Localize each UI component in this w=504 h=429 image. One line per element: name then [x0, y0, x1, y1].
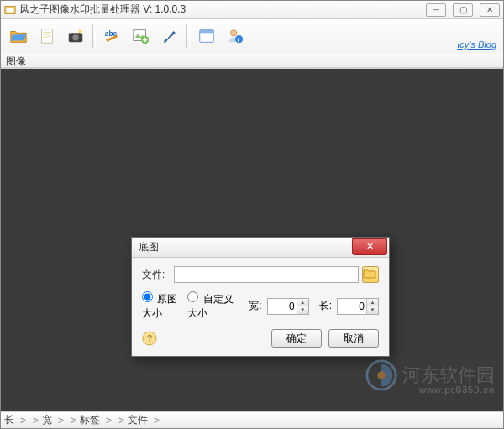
height-spinner[interactable]: ▲▼	[337, 298, 379, 315]
ok-button[interactable]: 确定	[271, 329, 322, 348]
svg-text:i: i	[238, 36, 239, 44]
text-tool-button[interactable]: abc	[100, 24, 125, 49]
text-abc-icon: abc	[103, 27, 122, 45]
image-plus-icon	[132, 27, 150, 45]
height-up[interactable]: ▲	[367, 299, 378, 306]
window-controls: ─ ▢ ✕	[426, 3, 500, 17]
help-icon[interactable]: ?	[142, 331, 157, 346]
canvas-area: 底图 ✕ 文件: 原图大小 自定义大小 宽: ▲▼	[1, 69, 503, 411]
width-spinner[interactable]: ▲▼	[267, 298, 309, 315]
main-window: 风之子图像水印批量处理器 V: 1.0.0.3 ─ ▢ ✕ abc	[0, 0, 504, 429]
blog-link[interactable]: Icy's Blog	[457, 39, 496, 50]
svg-point-16	[367, 361, 396, 390]
window-icon	[197, 27, 216, 45]
folder-open-icon	[9, 27, 28, 45]
file-input[interactable]	[174, 266, 359, 283]
user-info-icon: i	[226, 27, 244, 45]
status-height: 长	[4, 413, 14, 427]
window-title: 风之子图像水印批量处理器 V: 1.0.0.3	[19, 3, 426, 17]
toolbar-area: abc i Icy's Blog 图像	[1, 19, 503, 69]
dialog-close-button[interactable]: ✕	[352, 238, 387, 255]
browse-button[interactable]	[362, 266, 379, 283]
width-down[interactable]: ▼	[297, 306, 308, 314]
status-file: 文件	[128, 413, 148, 427]
watermark-logo-icon	[365, 359, 397, 391]
camera-button[interactable]	[63, 24, 88, 49]
svg-rect-2	[42, 29, 53, 44]
status-tag: 标签	[80, 413, 100, 427]
toolbar-separator	[92, 24, 96, 48]
titlebar: 风之子图像水印批量处理器 V: 1.0.0.3 ─ ▢ ✕	[1, 1, 503, 19]
statusbar: 长> > 宽> > 标签> > 文件>	[1, 411, 503, 428]
toolbar-separator	[186, 24, 190, 48]
site-watermark: 河东软件园 www.pc0359.cn	[365, 359, 495, 391]
dialog-title: 底图	[139, 240, 352, 254]
svg-point-4	[72, 34, 78, 40]
app-icon	[4, 4, 16, 16]
height-label: 长:	[319, 299, 332, 313]
radio-original-size[interactable]: 原图大小	[142, 291, 182, 321]
about-button[interactable]: i	[223, 24, 248, 49]
svg-text:?: ?	[147, 333, 152, 343]
file-row: 文件:	[142, 266, 379, 283]
page-icon	[38, 27, 56, 45]
width-label: 宽:	[249, 299, 261, 313]
width-up[interactable]: ▲	[297, 299, 308, 306]
minimize-button[interactable]: ─	[426, 3, 446, 17]
section-header: 图像	[1, 53, 503, 68]
radio-custom-size[interactable]: 自定义大小	[187, 291, 235, 321]
dialog-body: 文件: 原图大小 自定义大小 宽: ▲▼ 长:	[132, 258, 389, 356]
preview-button[interactable]	[194, 24, 219, 49]
brush-icon	[160, 27, 179, 45]
svg-point-17	[377, 371, 386, 379]
height-down[interactable]: ▼	[367, 306, 378, 314]
folder-icon	[363, 267, 376, 280]
size-row: 原图大小 自定义大小 宽: ▲▼ 长: ▲▼	[142, 291, 379, 321]
open-folder-button[interactable]	[6, 24, 31, 49]
new-page-button[interactable]	[34, 24, 60, 49]
height-input[interactable]	[338, 299, 366, 314]
toolbar: abc i Icy's Blog	[1, 19, 503, 53]
dialog-button-row: ? 确定 取消	[142, 329, 379, 348]
close-button[interactable]: ✕	[480, 3, 500, 17]
maximize-button[interactable]: ▢	[453, 3, 473, 17]
image-add-button[interactable]	[129, 24, 154, 49]
width-input[interactable]	[268, 299, 297, 314]
file-label: 文件:	[142, 268, 174, 282]
camera-icon	[66, 27, 85, 45]
svg-rect-10	[200, 30, 214, 34]
dialog-titlebar: 底图 ✕	[132, 238, 389, 258]
cancel-button[interactable]: 取消	[328, 329, 379, 348]
base-image-dialog: 底图 ✕ 文件: 原图大小 自定义大小 宽: ▲▼	[131, 237, 390, 357]
svg-rect-1	[7, 8, 14, 12]
svg-point-11	[231, 30, 237, 36]
status-width: 宽	[42, 413, 52, 427]
brush-button[interactable]	[157, 24, 182, 49]
